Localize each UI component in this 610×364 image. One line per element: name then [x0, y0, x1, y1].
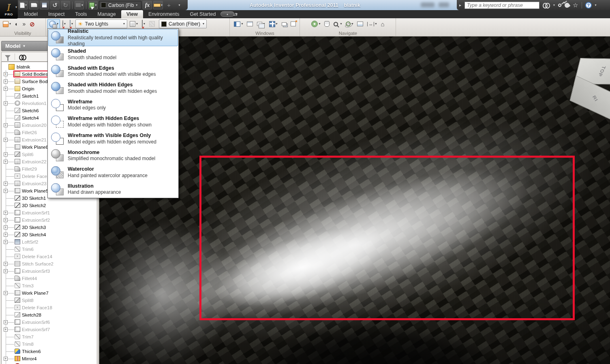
chevron-down-icon[interactable]: ▾ — [136, 22, 138, 26]
save-button[interactable] — [40, 1, 49, 9]
disable-visibility-button[interactable]: ⊘ — [28, 19, 36, 29]
iparts-button[interactable]: » — [21, 19, 27, 29]
tree-item[interactable]: ExtrusionSrf2 — [2, 216, 97, 224]
orthographic-button[interactable]: ▾ — [128, 19, 139, 29]
material-combo[interactable]: Carbon (Fiber) ▾ — [159, 19, 207, 28]
lights-combo[interactable]: ☀ Two Lights ▾ — [75, 19, 127, 28]
group-label-visibility[interactable]: Visibility — [0, 31, 45, 36]
zoom-button[interactable]: ▾ — [332, 19, 343, 29]
open-button[interactable] — [29, 1, 39, 9]
expand-plus-icon[interactable] — [4, 328, 8, 332]
visual-style-menu-item[interactable]: Shaded with Hidden Edges Smooth shaded m… — [48, 80, 178, 97]
expand-plus-icon[interactable] — [4, 72, 8, 76]
tree-item[interactable]: Split8 — [2, 297, 97, 304]
expand-plus-icon[interactable] — [4, 189, 8, 193]
chevron-down-icon[interactable]: ▾ — [161, 4, 163, 7]
expand-plus-icon[interactable] — [4, 291, 8, 295]
visual-style-menu-item[interactable]: Realistic Realistically textured model w… — [48, 29, 178, 46]
parameters-button[interactable]: fx — [143, 1, 152, 9]
tree-item[interactable]: 3D Sketch4 — [2, 231, 97, 238]
group-label-windows[interactable]: Windows — [230, 31, 300, 36]
minimize-ribbon-button[interactable]: ▲ — [220, 11, 234, 17]
expand-plus-icon[interactable] — [4, 101, 8, 105]
pan-button[interactable] — [323, 19, 331, 29]
chevron-down-icon[interactable]: ▾ — [236, 13, 238, 16]
tree-item[interactable]: Trim8 — [2, 340, 97, 348]
chevron-down-icon[interactable]: ▾ — [203, 22, 204, 26]
expand-plus-icon[interactable] — [4, 269, 8, 273]
reflections-button[interactable]: ▾ — [68, 19, 75, 29]
ribbon-tab[interactable]: View — [121, 10, 143, 18]
zoom-extents-button[interactable]: ↔▾ — [366, 19, 378, 29]
measure-button[interactable]: ▾ — [153, 1, 163, 9]
ribbon-tab[interactable]: Get Started — [184, 10, 221, 18]
expand-plus-icon[interactable] — [4, 160, 8, 164]
visual-style-menu-item[interactable]: Monochrome Simplified monochromatic shad… — [48, 147, 178, 164]
new-window-button[interactable] — [289, 19, 298, 29]
perspective-button[interactable]: ▾ — [140, 19, 147, 29]
chevron-down-icon[interactable]: ▾ — [123, 22, 125, 26]
tree-item[interactable]: Delete Face14 — [2, 253, 97, 260]
help-icon[interactable]: ? — [585, 2, 592, 9]
new-file-button[interactable]: ▾ — [19, 1, 28, 9]
tree-item[interactable]: 3D Sketch2 — [2, 202, 97, 209]
expand-plus-icon[interactable] — [4, 262, 8, 266]
expand-plus-icon[interactable] — [4, 357, 8, 361]
find-binoculars-icon[interactable] — [19, 54, 26, 59]
chevron-down-icon[interactable]: ▾ — [319, 22, 320, 26]
favorites-star-icon[interactable]: ☆ — [573, 2, 578, 8]
infocenter-collapse-icon[interactable]: ▸ — [459, 3, 461, 7]
group-label-navigate[interactable]: Navigate — [300, 31, 396, 36]
communication-center-icon[interactable] — [564, 2, 571, 9]
expand-plus-icon[interactable] — [4, 152, 8, 156]
expand-plus-icon[interactable] — [4, 123, 8, 127]
degrees-of-freedom-button[interactable]: ◐ — [13, 19, 20, 29]
look-at-button[interactable] — [355, 19, 365, 29]
subscription-key-icon[interactable] — [557, 3, 562, 7]
ribbon-tab[interactable]: Environments — [143, 10, 184, 18]
browser-header-button[interactable]: Model ▾ — [1, 41, 48, 51]
tree-item[interactable]: Fillet44 — [2, 275, 97, 282]
tile-windows-button[interactable]: ▾ — [268, 19, 279, 29]
visual-style-menu-item[interactable]: Watercolor Hand painted watercolor appea… — [48, 164, 178, 181]
tree-item[interactable]: Sketch28 — [2, 311, 97, 319]
ribbon-tab[interactable]: Inspect — [43, 10, 70, 18]
switch-windows-button[interactable]: ▾ — [255, 19, 266, 29]
qat-overflow-button[interactable]: ▾ — [175, 1, 184, 9]
expand-plus-icon[interactable] — [4, 211, 8, 215]
tree-item[interactable]: 3D Sketch3 — [2, 224, 97, 231]
update-button[interactable]: ▾ — [75, 1, 84, 9]
tree-item[interactable]: Trim6 — [2, 246, 97, 253]
tree-item[interactable]: Thicken6 — [2, 348, 97, 355]
chevron-down-icon[interactable]: ▾ — [25, 4, 27, 7]
visual-style-menu-item[interactable]: Wireframe Model edges only — [48, 96, 178, 113]
tree-item[interactable]: ExtrusionSrf1 — [2, 209, 97, 216]
expand-plus-icon[interactable] — [4, 218, 8, 222]
clean-screen-button[interactable] — [245, 19, 255, 29]
tree-item[interactable]: End of Part — [2, 362, 97, 364]
tree-item[interactable]: LoftSrf2 — [2, 238, 97, 246]
tree-item[interactable]: ExtrusionSrf7 — [2, 326, 97, 333]
ribbon-tab[interactable]: Tools — [70, 10, 92, 18]
tree-item[interactable]: ExtrusionSrf6 — [2, 319, 97, 326]
expand-plus-icon[interactable] — [4, 182, 8, 186]
chevron-down-icon[interactable]: ▾ — [375, 22, 377, 26]
search-input[interactable] — [464, 2, 539, 9]
chevron-down-icon[interactable]: ▾ — [553, 4, 555, 7]
expand-plus-icon[interactable] — [4, 79, 8, 84]
expand-plus-icon[interactable] — [4, 138, 8, 142]
undo-button[interactable]: ↺ — [50, 1, 60, 9]
tree-item[interactable]: Trim7 — [2, 333, 97, 340]
visual-style-menu-item[interactable]: Illustration Hand drawn appearance — [48, 181, 178, 198]
visual-style-button[interactable]: ▾ — [47, 19, 60, 29]
tree-item[interactable]: Stitch Surface2 — [2, 260, 97, 268]
search-binoculars-icon[interactable] — [543, 3, 550, 7]
tree-item[interactable]: Trim3 — [2, 282, 97, 289]
tree-item[interactable]: ExtrusionSrf3 — [2, 268, 97, 275]
textured-button[interactable] — [148, 19, 156, 29]
expand-plus-icon[interactable] — [4, 240, 8, 244]
cascade-windows-button[interactable] — [280, 19, 288, 29]
add-quick-tool-button[interactable]: + — [164, 1, 173, 9]
orbit-button[interactable]: ▾ — [344, 19, 355, 29]
application-menu-button[interactable]: I PRO ▾ — [0, 0, 18, 19]
